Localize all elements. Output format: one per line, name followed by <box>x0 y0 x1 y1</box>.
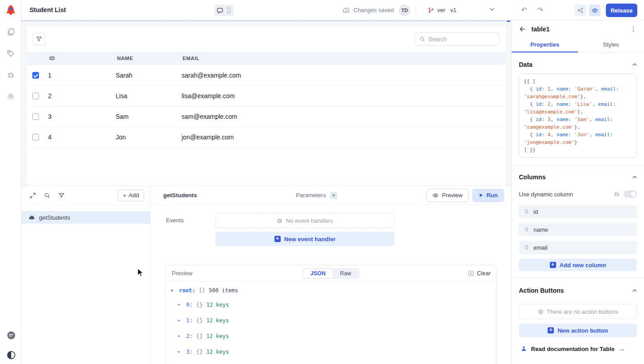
no-event-handlers-box: No event handlers <box>215 213 395 228</box>
column-item[interactable]: ⠿name <box>519 223 637 236</box>
code-token: } <box>574 139 578 145</box>
add-new-column-button[interactable]: + Add new column <box>519 259 637 271</box>
column-header-id[interactable]: ID <box>49 52 55 65</box>
table-data-code-editor[interactable]: {{ [ { id: 1, name: 'Sarah', email: 'sar… <box>519 74 637 158</box>
query-filter-icon[interactable] <box>58 192 65 199</box>
help-chat-icon[interactable] <box>7 331 15 339</box>
new-action-button[interactable]: + New action button <box>519 324 637 337</box>
dynamic-column-toggle[interactable] <box>623 191 637 198</box>
datasource-tag-icon[interactable] <box>7 49 15 57</box>
code-token: name: <box>557 117 571 122</box>
section-divider <box>512 278 644 279</box>
json-tree-root[interactable]: ▼ root: [] 500 items <box>171 284 491 297</box>
column-header-email[interactable]: EMAIL <box>183 52 200 65</box>
caret-right-icon[interactable]: ▶ <box>178 334 183 338</box>
collapse-chevron-icon[interactable] <box>632 63 637 66</box>
kebab-menu-icon[interactable]: ⋮ <box>630 25 637 33</box>
json-tree-node[interactable]: ▶2:{}12 keys <box>171 328 491 344</box>
node-type: {} <box>196 333 202 339</box>
drag-handle-icon[interactable]: ⠿ <box>524 226 529 233</box>
undo-icon[interactable]: ↶ <box>521 0 527 20</box>
code-token: id: <box>536 117 545 122</box>
add-parameter-button[interactable]: + <box>330 192 337 199</box>
column-item[interactable]: ⠿id <box>519 205 637 218</box>
preview-mode-icon[interactable] <box>226 7 232 13</box>
node-count: 12 keys <box>206 317 229 324</box>
share-button[interactable] <box>574 4 586 16</box>
code-token: }, <box>580 94 586 100</box>
query-title: getStudents <box>163 192 197 199</box>
caret-down-icon[interactable]: ▼ <box>171 289 175 293</box>
read-docs-label: Read documentation for Table <box>531 346 614 352</box>
tab-json[interactable]: JSON <box>303 269 333 278</box>
clear-response-button[interactable]: Clear <box>468 270 491 277</box>
node-count: 12 keys <box>206 333 229 339</box>
table-widget[interactable]: ID NAME EMAIL 1Sarahsarah@example.com2Li… <box>27 26 506 186</box>
read-docs-link[interactable]: Read documentation for Table → <box>519 345 637 352</box>
tab-styles[interactable]: Styles <box>578 38 644 52</box>
caret-right-icon[interactable]: ▶ <box>178 303 183 307</box>
row-checkbox[interactable] <box>32 134 39 140</box>
row-checkbox[interactable] <box>32 113 39 120</box>
drag-handle-icon[interactable]: ⠿ <box>524 208 529 215</box>
avatar[interactable]: TD <box>399 4 410 16</box>
node-type: {} <box>196 317 202 324</box>
pages-icon[interactable] <box>7 28 15 36</box>
column-header-name[interactable]: NAME <box>117 52 133 65</box>
fx-icon[interactable]: fx <box>614 191 619 197</box>
tab-properties[interactable]: Properties <box>512 38 578 52</box>
release-button[interactable]: Release <box>606 4 637 17</box>
table-filter-button[interactable] <box>33 33 45 45</box>
table-row[interactable]: 2Lisalisa@example.com <box>27 86 506 106</box>
settings-gear-icon[interactable] <box>7 92 15 100</box>
caret-right-icon[interactable]: ▶ <box>178 350 183 354</box>
column-name: email <box>534 244 548 251</box>
data-section-title: Data <box>519 61 532 68</box>
query-list-item[interactable]: getStudents <box>22 211 150 224</box>
no-action-buttons-label: There are no action buttons <box>547 308 618 315</box>
redo-icon[interactable]: ↷ <box>537 0 543 20</box>
table-body: 1Sarahsarah@example.com2Lisalisa@example… <box>27 65 506 147</box>
json-tree-node[interactable]: ▶1:{}12 keys <box>171 312 491 328</box>
query-preview-button[interactable]: Preview <box>426 189 468 202</box>
code-token: 'Lisa' <box>571 101 592 107</box>
properties-body: Data {{ [ { id: 1, name: 'Sarah', email:… <box>512 61 644 352</box>
branch-selector[interactable]: ver v1 <box>428 0 457 20</box>
canvas[interactable]: ID NAME EMAIL 1Sarahsarah@example.com2Li… <box>22 21 511 186</box>
sidebar-bottom <box>7 331 15 359</box>
drag-handle-icon[interactable]: ⠿ <box>524 244 529 251</box>
version-label: v1 <box>450 7 457 13</box>
chevron-down-icon[interactable] <box>489 8 495 11</box>
collapse-chevron-icon[interactable] <box>632 176 637 178</box>
editor-mode-toggle[interactable] <box>214 4 234 16</box>
tab-raw[interactable]: Raw <box>333 269 358 278</box>
query-search-icon[interactable] <box>44 192 50 199</box>
caret-right-icon[interactable]: ▶ <box>178 318 183 322</box>
table-row[interactable]: 4Jonjon@example.com <box>27 127 506 147</box>
node-key: 3: <box>186 349 192 355</box>
row-checkbox[interactable] <box>32 92 39 99</box>
row-checkbox[interactable] <box>32 72 39 78</box>
collapse-chevron-icon[interactable] <box>632 289 637 292</box>
table-search-input[interactable] <box>428 36 491 43</box>
app-logo-icon[interactable] <box>5 4 17 16</box>
app-preview-button[interactable] <box>589 4 600 16</box>
json-tree-node[interactable]: ▶0:{}12 keys <box>171 297 491 312</box>
back-arrow-icon[interactable] <box>519 26 526 33</box>
theme-moon-icon[interactable] <box>7 351 15 359</box>
column-item[interactable]: ⠿email <box>519 241 637 254</box>
table-row[interactable]: 1Sarahsarah@example.com <box>27 65 506 86</box>
maximize-icon[interactable] <box>30 192 36 199</box>
debug-bug-icon[interactable] <box>7 71 15 79</box>
eye-icon <box>432 192 439 199</box>
code-line: ] }} <box>524 146 632 154</box>
new-event-handler-button[interactable]: + New event handler <box>215 232 395 246</box>
query-run-button[interactable]: Run <box>472 189 504 202</box>
table-search[interactable] <box>414 32 500 46</box>
node-type: {} <box>196 349 202 355</box>
add-query-button[interactable]: + Add <box>118 190 144 201</box>
table-row[interactable]: 3Samsam@example.com <box>27 106 506 127</box>
canvas-mode-icon[interactable] <box>217 7 223 14</box>
actions-section-header: Action Buttons <box>519 287 637 294</box>
json-tree-node[interactable]: ▶3:{}12 keys <box>171 344 491 360</box>
